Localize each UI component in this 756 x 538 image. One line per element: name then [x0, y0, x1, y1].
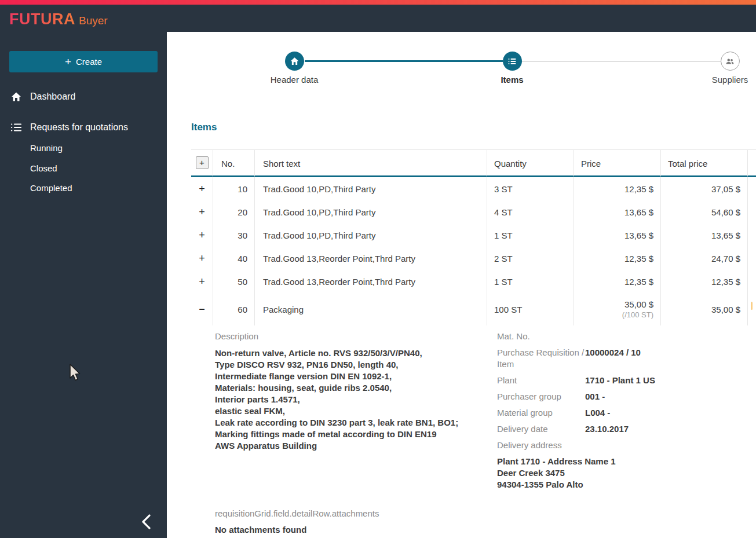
address-line: Deer Creek 3475 — [497, 467, 756, 479]
field-plant: Plant 1710 - Plant 1 US — [497, 375, 756, 386]
delivery-address-value: Plant 1710 - Address Name 1 Deer Creek 3… — [497, 456, 756, 491]
top-accent-bar — [0, 0, 756, 5]
sidebar-collapse-button[interactable] — [136, 511, 157, 532]
cell-price[interactable]: 13,65 $ — [574, 200, 661, 224]
cell-quantity[interactable]: 100 ST — [487, 293, 574, 325]
step-suppliers[interactable]: Suppliers — [684, 52, 756, 85]
sidebar-subitem-running[interactable]: Running — [30, 139, 63, 156]
step-header-data[interactable]: Header data — [248, 52, 341, 85]
cell-short-text[interactable]: Packaging — [255, 293, 487, 325]
detail-description-block: Description Non-return valve, Article no… — [215, 331, 473, 491]
row-expander[interactable]: + — [191, 224, 213, 247]
col-header-total-price: Total price — [661, 149, 748, 177]
expand-all-button[interactable]: + — [196, 156, 209, 169]
price-unit-note: (/100 ST) — [622, 310, 653, 319]
app-root: { "brand": {"primary": "FUTURA", "second… — [0, 0, 756, 538]
field-value: 1710 - Plant 1 US — [585, 375, 655, 386]
sidebar-item-dashboard[interactable]: Dashboard — [0, 85, 167, 108]
field-material-group: Material group L004 - — [497, 407, 756, 419]
cell-spacer — [748, 200, 756, 224]
col-header-spacer — [748, 149, 756, 177]
field-label: Delivery date — [497, 423, 585, 435]
cell-short-text[interactable]: Trad.Good 10,PD,Third Party — [255, 200, 487, 224]
step-label: Suppliers — [684, 75, 756, 85]
app-logo: FUTURABuyer — [9, 10, 108, 28]
cell-no[interactable]: 20 — [213, 200, 255, 224]
cell-total-price[interactable]: 35,00 $ — [661, 293, 748, 325]
address-line: 94304-1355 Palo Alto — [497, 479, 756, 491]
field-value: 23.10.2017 — [585, 423, 629, 435]
sidebar-subitem-closed[interactable]: Closed — [30, 159, 57, 177]
field-value: 001 - — [585, 391, 605, 402]
row-collapse-expander[interactable]: − — [191, 293, 213, 325]
row-expander[interactable]: + — [191, 247, 213, 270]
sidebar-item-requests-for-quotations[interactable]: Requests for quotations — [0, 116, 167, 139]
description-line: Intermediate flange version DIN EN 1092-… — [215, 371, 473, 382]
field-label: Material group — [497, 407, 585, 419]
description-line: Materials: housing, seat, guide ribs 2.0… — [215, 382, 473, 394]
cell-no[interactable]: 40 — [213, 247, 255, 270]
description-line: Type DISCO RSV 932, PN16 DN50, length 40… — [215, 359, 473, 371]
sidebar-item-label: Requests for quotations — [30, 122, 128, 133]
cell-quantity[interactable]: 4 ST — [487, 200, 574, 224]
field-delivery-date: Delivery date 23.10.2017 — [497, 423, 756, 435]
field-purchase-requisition: Purchase Requisition / Item 10000024 / 1… — [497, 347, 756, 370]
cell-quantity[interactable]: 1 ST — [487, 270, 574, 293]
step-items[interactable]: Items — [466, 52, 558, 85]
field-label: Purchase Requisition / Item — [497, 347, 585, 370]
create-button[interactable]: + Create — [9, 51, 158, 72]
description-line: Interior parts 1.4571, — [215, 394, 473, 405]
col-header-no: No. — [213, 149, 255, 177]
cell-quantity[interactable]: 2 ST — [487, 247, 574, 270]
cell-price[interactable]: 12,35 $ — [574, 247, 661, 270]
step-label: Items — [466, 75, 558, 85]
description-text: Non-return valve, Article no. RVS 932/50… — [215, 347, 473, 452]
main-content: Header data Items — [167, 32, 756, 538]
row-detail-panel: Description Non-return valve, Article no… — [191, 325, 756, 491]
sidebar-subitem-label: Running — [30, 143, 63, 153]
cell-price[interactable]: 12,35 $ — [574, 270, 661, 293]
create-button-label: Create — [76, 57, 102, 67]
delivery-address-label: Delivery address — [497, 440, 756, 451]
cell-short-text[interactable]: Trad.Good 10,PD,Third Party — [255, 177, 487, 200]
cell-price[interactable]: 35,00 $ (/100 ST) — [574, 293, 661, 325]
field-label: Plant — [497, 375, 585, 386]
col-header-quantity: Quantity — [487, 149, 574, 177]
expand-all-cell: + — [191, 149, 213, 177]
cell-total-price[interactable]: 12,35 $ — [661, 270, 748, 293]
cell-no[interactable]: 10 — [213, 177, 255, 200]
cell-short-text[interactable]: Trad.Good 13,Reorder Point,Thrd Party — [255, 270, 487, 293]
address-line: Plant 1710 - Address Name 1 — [497, 456, 756, 467]
cell-no[interactable]: 50 — [213, 270, 255, 293]
brand-suffix: Buyer — [79, 14, 108, 27]
cell-no[interactable]: 60 — [213, 293, 255, 325]
cell-total-price[interactable]: 13,65 $ — [661, 224, 748, 247]
cell-total-price[interactable]: 24,70 $ — [661, 247, 748, 270]
sidebar-subitem-label: Closed — [30, 163, 57, 173]
step-label: Header data — [248, 75, 341, 85]
cell-spacer — [748, 224, 756, 247]
cell-quantity[interactable]: 3 ST — [487, 177, 574, 200]
plus-icon: + — [65, 56, 71, 68]
row-expander[interactable]: + — [191, 270, 213, 293]
cell-spacer — [748, 247, 756, 270]
row-expander[interactable]: + — [191, 200, 213, 224]
attachments-label-key: requisitionGrid.field.detailRow.attachme… — [215, 508, 756, 519]
cell-total-price[interactable]: 54,60 $ — [661, 200, 748, 224]
cell-price[interactable]: 12,35 $ — [574, 177, 661, 200]
cell-no[interactable]: 30 — [213, 224, 255, 247]
description-line: Leak rate according to DIN 3230 part 3, … — [215, 417, 473, 429]
cell-quantity[interactable]: 1 ST — [487, 224, 574, 247]
brand-name: FUTURA — [9, 10, 75, 28]
cell-price[interactable]: 13,65 $ — [574, 224, 661, 247]
cell-short-text[interactable]: Trad.Good 13,Reorder Point,Thrd Party — [255, 247, 487, 270]
row-expander[interactable]: + — [191, 177, 213, 200]
list-icon — [10, 122, 22, 133]
description-line: Non-return valve, Article no. RVS 932/50… — [215, 347, 473, 359]
sidebar-subitem-completed[interactable]: Completed — [30, 179, 72, 196]
field-label: Mat. No. — [497, 331, 585, 342]
cell-short-text[interactable]: Trad.Good 10,PD,Third Party — [255, 224, 487, 247]
cell-total-price[interactable]: 37,05 $ — [661, 177, 748, 200]
sidebar-subitem-label: Completed — [30, 183, 72, 193]
cell-spacer — [748, 177, 756, 200]
